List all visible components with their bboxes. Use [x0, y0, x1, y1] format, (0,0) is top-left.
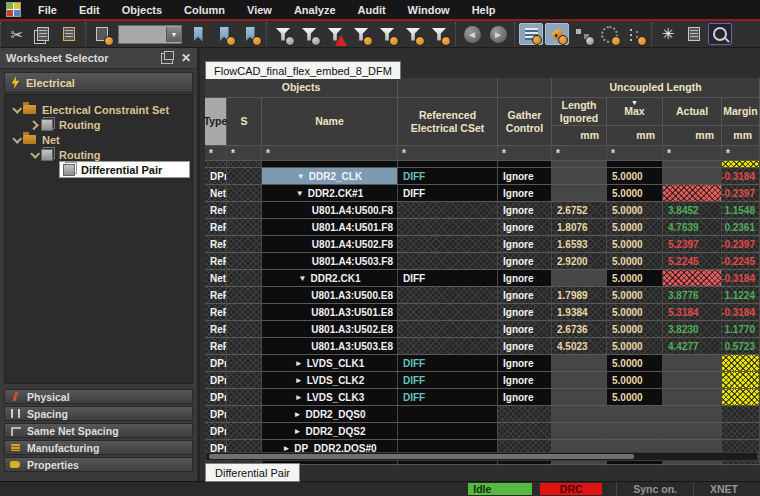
cell-s[interactable] — [227, 270, 262, 287]
cell-ref-cset[interactable]: DIFF — [398, 185, 498, 202]
cell-ref-cset[interactable] — [398, 321, 498, 338]
cell-actual[interactable]: 4.4277 — [663, 338, 722, 355]
float-pane-icon[interactable] — [161, 53, 173, 64]
cell-type[interactable]: Net — [205, 270, 227, 287]
cell-margin[interactable] — [722, 372, 760, 389]
expand-expand-icon[interactable]: ► — [295, 393, 303, 402]
sidebar-panel-manufacturing[interactable]: Manufacturing — [4, 440, 193, 455]
cell-max[interactable]: 5.0000 — [607, 287, 663, 304]
filter-cell[interactable]: * — [262, 146, 398, 161]
cell-actual[interactable] — [663, 185, 722, 202]
menu-column[interactable]: Column — [173, 4, 236, 16]
cell-name[interactable]: U801.A3:U502.E8 — [262, 321, 398, 338]
tree-expand-icon[interactable] — [27, 121, 41, 128]
cell-length-ignored[interactable]: 1.8076 — [552, 219, 607, 236]
cell-gather[interactable]: Ignore — [498, 389, 552, 406]
cell-name[interactable]: ►DDR2_DQS0 — [262, 406, 398, 423]
tree-item-routing[interactable]: Routing — [5, 117, 192, 132]
cell[interactable] — [205, 161, 227, 168]
cell-name[interactable]: ▼DDR2.CK1 — [262, 270, 398, 287]
cell-type[interactable]: DPr — [205, 168, 227, 185]
cell-ref-cset[interactable] — [398, 202, 498, 219]
find-objects-icon[interactable] — [90, 23, 114, 45]
cell-gather[interactable] — [498, 406, 552, 423]
cell-max[interactable]: 5.0000 — [607, 185, 663, 202]
tree-item-routing[interactable]: Routing — [5, 147, 192, 162]
cell-margin[interactable]: -0.2245 — [722, 253, 760, 270]
cell-s[interactable] — [227, 168, 262, 185]
filter-cell[interactable]: * — [722, 146, 760, 161]
filter-pick-icon[interactable] — [349, 23, 373, 45]
cell-ref-cset[interactable]: DIFF — [398, 168, 498, 185]
cell-max[interactable]: 5.0000 — [607, 321, 663, 338]
horizontal-scrollbar-thumb[interactable] — [209, 454, 634, 459]
cell-s[interactable] — [227, 406, 262, 423]
clear-filter-icon[interactable] — [271, 23, 295, 45]
menu-file[interactable]: File — [27, 4, 68, 16]
cell-ref-cset[interactable] — [398, 236, 498, 253]
cell-max[interactable]: 5.0000 — [607, 270, 663, 287]
cell-max[interactable]: 5.0000 — [607, 202, 663, 219]
cell[interactable] — [607, 161, 663, 168]
menu-help[interactable]: Help — [461, 4, 507, 16]
cell-actual[interactable]: 3.8452 — [663, 202, 722, 219]
cell-length-ignored[interactable]: 1.9384 — [552, 304, 607, 321]
cell-max[interactable]: 5.0000 — [607, 372, 663, 389]
cell-length-ignored[interactable] — [552, 168, 607, 185]
cell-gather[interactable]: Ignore — [498, 355, 552, 372]
cell-gather[interactable]: Ignore — [498, 270, 552, 287]
cell-name[interactable]: U801.A4:U502.F8 — [262, 236, 398, 253]
cell-ref-cset[interactable]: DIFF — [398, 372, 498, 389]
cell-ref-cset[interactable]: DIFF — [398, 389, 498, 406]
cell-max[interactable]: 5.0000 — [607, 236, 663, 253]
cell-length-ignored[interactable] — [552, 185, 607, 202]
tree-expand-icon[interactable] — [9, 106, 23, 113]
expand-collapse-icon[interactable]: ▼ — [299, 274, 307, 283]
cell-ref-cset[interactable]: DIFF — [398, 270, 498, 287]
cell-s[interactable] — [227, 338, 262, 355]
cell-ref-cset[interactable] — [398, 423, 498, 440]
cell-margin[interactable] — [722, 406, 760, 423]
cell-max[interactable]: 5.0000 — [607, 253, 663, 270]
cell-gather[interactable]: Ignore — [498, 304, 552, 321]
header-s[interactable]: S — [227, 98, 262, 146]
cell-margin[interactable]: 0.5723 — [722, 338, 760, 355]
header-uncoupled-length[interactable]: Uncoupled Length — [552, 78, 760, 98]
cell-gather[interactable]: Ignore — [498, 287, 552, 304]
cell-name[interactable]: U801.A4:U501.F8 — [262, 219, 398, 236]
analyze-icon[interactable]: ✳ — [656, 23, 680, 45]
zoom-search-icon[interactable] — [708, 23, 732, 45]
cell[interactable] — [262, 161, 398, 168]
paste-icon[interactable] — [57, 23, 81, 45]
expand-expand-icon[interactable]: ► — [294, 427, 302, 436]
cell[interactable] — [722, 161, 760, 168]
cell-ref-cset[interactable] — [398, 219, 498, 236]
search-combobox[interactable]: ▼ — [118, 25, 182, 44]
cell-actual[interactable]: 3.8230 — [663, 321, 722, 338]
subcolumn-header[interactable]: Actual — [663, 98, 722, 126]
cell[interactable] — [663, 161, 722, 168]
sheet-tab[interactable]: FlowCAD_final_flex_embed_8_DFM — [205, 61, 401, 79]
expand-expand-icon[interactable]: ► — [294, 410, 302, 419]
cell-type[interactable]: DPr — [205, 389, 227, 406]
filter-cell[interactable]: * — [205, 146, 227, 161]
cell-max[interactable]: 5.0000 — [607, 168, 663, 185]
header-type[interactable]: Type — [205, 98, 227, 146]
pin-pairs-icon[interactable] — [623, 23, 647, 45]
sidebar-panel-electrical[interactable]: Electrical — [4, 72, 193, 93]
cell-actual[interactable]: 5.2397 — [663, 236, 722, 253]
cell-margin[interactable]: -0.3184 — [722, 168, 760, 185]
cell-actual[interactable] — [663, 270, 722, 287]
filter-cell[interactable]: * — [607, 146, 663, 161]
cell-name[interactable]: U801.A3:U501.E8 — [262, 304, 398, 321]
sidebar-panel-physical[interactable]: Physical — [4, 389, 193, 404]
next-bookmark-icon[interactable] — [212, 23, 236, 45]
cell-length-ignored[interactable] — [552, 372, 607, 389]
cell-type[interactable]: RePP — [205, 202, 227, 219]
cell-length-ignored[interactable] — [552, 270, 607, 287]
cell-name[interactable]: U801.A3:U503.E8 — [262, 338, 398, 355]
sidebar-panel-same-net-spacing[interactable]: Same Net Spacing — [4, 423, 193, 438]
cell-length-ignored[interactable]: 2.6752 — [552, 202, 607, 219]
subcolumn-header[interactable]: ▼Max — [607, 98, 663, 126]
cell-margin[interactable] — [722, 423, 760, 440]
